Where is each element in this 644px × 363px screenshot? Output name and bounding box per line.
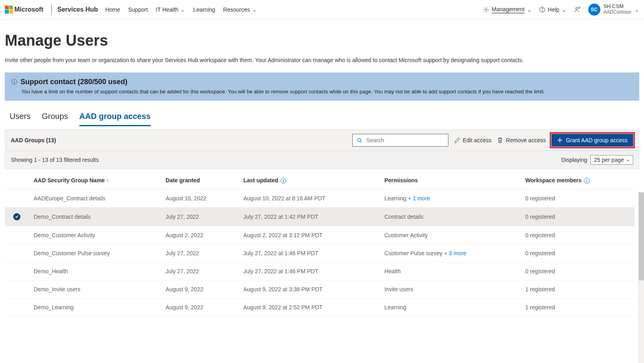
svg-point-5: [357, 138, 361, 141]
more-permissions-link[interactable]: + 3 more: [442, 250, 466, 256]
nav-home[interactable]: Home: [105, 6, 120, 13]
results-count: Showing 1 - 13 of 13 filtered results: [11, 157, 99, 163]
svg-point-0: [485, 8, 487, 10]
col-permissions[interactable]: Permissions: [380, 171, 520, 190]
table-row[interactable]: Demo_Invite usersAugust 9, 2022August 9,…: [5, 280, 634, 298]
info-banner: i Support contact (280/500 used) You hav…: [5, 73, 639, 101]
user-name-block: SH CSM AADContoso: [604, 4, 631, 15]
search-input-wrapper[interactable]: [352, 134, 448, 147]
info-banner-detail: You have a limit on the number of suppor…: [21, 89, 632, 95]
cell: Demo_Invite users: [29, 280, 161, 298]
notifications-button[interactable]: [574, 6, 581, 13]
scrollbar-thumb[interactable]: [639, 192, 644, 280]
microsoft-logo-text: Microsoft: [14, 6, 43, 13]
table-row[interactable]: Demo_HealthJuly 27, 2022July 27, 2022 at…: [5, 262, 634, 280]
cell: Health: [380, 262, 520, 280]
cell: AADEurope_Contract details: [29, 190, 161, 208]
nav-resources[interactable]: Resources⌄: [223, 6, 257, 13]
cell: 0 registered: [521, 208, 634, 226]
selected-icon: [13, 213, 20, 220]
sort-asc-icon: ↑: [106, 178, 109, 184]
avatar: SC: [588, 4, 600, 16]
grant-access-button[interactable]: Grant AAD group access: [551, 134, 633, 147]
table-row[interactable]: AADEurope_Contract detailsAugust 10, 202…: [5, 190, 634, 208]
header-right: Management ⌄ Help ⌄ SC SH CSM AADContoso…: [483, 4, 639, 16]
management-label: Management: [492, 6, 525, 13]
cell: August 10, 2022 at 8:16 AM PDT: [238, 190, 380, 208]
col-aad-security-group-name[interactable]: AAD Security Group Name↑: [29, 171, 161, 190]
cell: 1 registered: [521, 298, 634, 317]
help-menu[interactable]: Help ⌄: [539, 6, 567, 13]
table-row[interactable]: Demo_Contract detailsJuly 27, 2022July 2…: [5, 208, 634, 226]
remove-access-label: Remove access: [506, 137, 546, 143]
cell: Learning + 1 more: [380, 190, 520, 208]
product-name[interactable]: Services Hub: [57, 6, 98, 13]
search-input[interactable]: [365, 137, 444, 144]
nav-learning[interactable]: Learning: [193, 6, 215, 13]
divider: [51, 5, 52, 14]
cell: July 27, 2022: [161, 208, 238, 226]
global-header: Microsoft Services Hub HomeSupportIT Hea…: [0, 0, 644, 19]
nav-it-health[interactable]: IT Health⌄: [156, 6, 186, 13]
cell: Customer Pulse survey + 3 more: [380, 244, 520, 262]
cell: July 27, 2022 at 1:46 PM PDT: [238, 244, 380, 262]
cell: July 27, 2022 at 1:46 PM PDT: [238, 262, 380, 280]
gear-icon: [483, 6, 489, 13]
management-menu[interactable]: Management ⌄: [483, 6, 532, 13]
table-row[interactable]: Demo_LearningAugust 9, 2022August 9, 202…: [5, 298, 634, 317]
section-title: AAD Groups (13): [11, 137, 56, 143]
chevron-down-icon: ⌄: [562, 6, 567, 13]
chevron-down-icon: ⌄: [527, 6, 532, 13]
cell: 1 registered: [521, 280, 634, 298]
svg-point-2: [542, 11, 542, 11]
nav-support[interactable]: Support: [128, 6, 148, 13]
displaying-label: Displaying: [561, 157, 587, 163]
more-permissions-link[interactable]: + 1 more: [406, 195, 430, 202]
user-org: AADContoso: [604, 10, 631, 15]
col-workspace-members[interactable]: Workspace membersi: [521, 171, 634, 190]
user-menu[interactable]: SC SH CSM AADContoso ⌄: [588, 4, 639, 16]
info-icon[interactable]: i: [281, 178, 286, 184]
col-date-granted[interactable]: Date granted: [161, 171, 238, 190]
info-banner-heading: Support contact (280/500 used): [20, 78, 127, 86]
cell: August 9, 2022 at 3:38 PM PDT: [238, 280, 380, 298]
tab-groups[interactable]: Groups: [42, 109, 68, 126]
microsoft-logo-icon: [5, 6, 13, 14]
svg-point-4: [578, 7, 580, 8]
help-icon: [539, 6, 545, 13]
page-size-value: 25 per page: [594, 157, 624, 163]
info-icon[interactable]: i: [584, 178, 589, 184]
cell: August 9, 2022: [161, 298, 238, 317]
tab-users[interactable]: Users: [10, 109, 30, 126]
cell: Invite users: [380, 280, 520, 298]
microsoft-logo[interactable]: Microsoft: [5, 6, 43, 14]
cell: 0 registered: [521, 190, 634, 208]
cell: August 10, 2022: [161, 190, 238, 208]
pencil-icon: [454, 137, 460, 143]
remove-access-button[interactable]: Remove access: [497, 137, 546, 143]
edit-access-button[interactable]: Edit access: [454, 137, 492, 143]
cell: 0 registered: [521, 226, 634, 244]
page-subtitle: Invite other people from your team or or…: [5, 56, 639, 65]
tab-aad-group-access[interactable]: AAD group access: [79, 109, 151, 126]
tabs: UsersGroupsAAD group access: [5, 109, 639, 126]
toolbar: AAD Groups (13) Edit access Remove acces…: [5, 129, 639, 151]
cell: 0 registered: [521, 244, 634, 262]
cell: July 27, 2022: [161, 244, 238, 262]
table-row[interactable]: Demo_Customer ActivityAugust 2, 2022Augu…: [5, 226, 634, 244]
cell: July 27, 2022 at 1:42 PM PDT: [238, 208, 380, 226]
cell: Demo_Customer Activity: [29, 226, 161, 244]
plus-icon: [557, 137, 563, 143]
cell: Demo_Learning: [29, 298, 161, 317]
info-icon: i: [12, 79, 17, 85]
cell: Demo_Customer Pulse survey: [29, 244, 161, 262]
chevron-down-icon: ⌄: [252, 6, 257, 13]
col-last-updated[interactable]: Last updatedi: [238, 171, 380, 190]
scrollbar[interactable]: [638, 192, 644, 317]
cell: Demo_Health: [29, 262, 161, 280]
page-size-select[interactable]: 25 per page: [590, 155, 633, 165]
cell: Learning: [380, 298, 520, 317]
cell: August 2, 2022 at 3:12 PM PDT: [238, 226, 380, 244]
chevron-down-icon: ⌄: [634, 6, 639, 13]
table-row[interactable]: Demo_Customer Pulse surveyJuly 27, 2022J…: [5, 244, 634, 262]
